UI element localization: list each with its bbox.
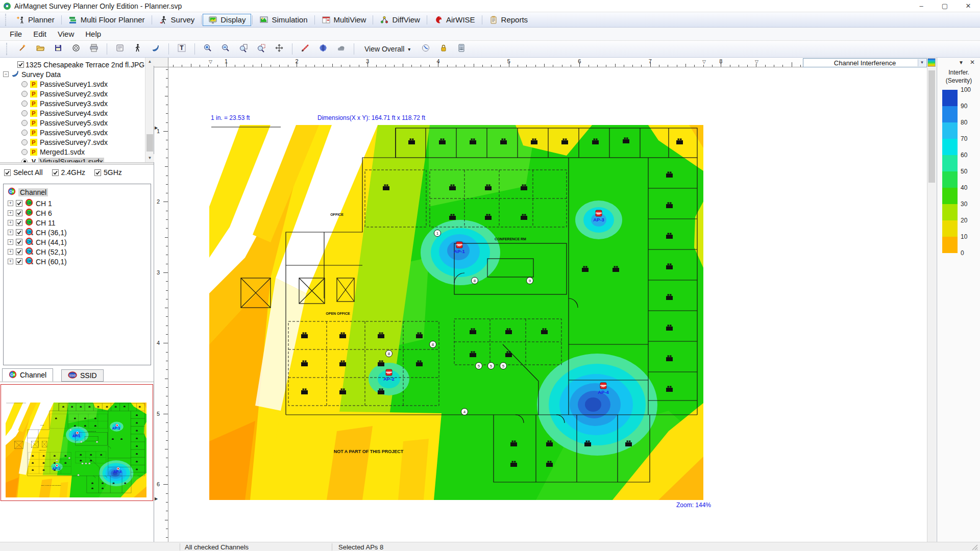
- zoom-area-button[interactable]: [255, 42, 268, 56]
- zoom-page-button[interactable]: [237, 42, 250, 56]
- maximize-button[interactable]: ▢: [933, 0, 957, 12]
- survey-radio[interactable]: [21, 130, 28, 136]
- colorbar-toggle-button[interactable]: [927, 58, 936, 67]
- ribbon-tab-multiview[interactable]: MultiView: [316, 14, 372, 26]
- survey-radio[interactable]: [21, 81, 28, 87]
- view-overall-dropdown[interactable]: View Overall▾: [360, 43, 414, 55]
- overview-thumbnail[interactable]: AP-1AP-2AP-3AP-4: [1, 384, 153, 501]
- survey-radio[interactable]: [21, 120, 28, 126]
- expand-icon[interactable]: +: [8, 201, 13, 206]
- view-type-dropdown[interactable]: Channel Interference ▼: [803, 58, 927, 67]
- ribbon-tab-diffview[interactable]: DiffView: [374, 14, 425, 26]
- ribbon-tab-simulation[interactable]: Simulation: [254, 14, 313, 26]
- network-globe-button[interactable]: [316, 42, 330, 56]
- channel-row-ch-44-1[interactable]: +CHaCH (44,1): [8, 237, 67, 247]
- record-button[interactable]: [69, 42, 83, 56]
- ribbon-tab-reports[interactable]: Reports: [483, 14, 534, 26]
- chevron-down-icon[interactable]: ▼: [918, 59, 926, 66]
- survey-radio[interactable]: [21, 149, 28, 155]
- menu-edit[interactable]: Edit: [28, 28, 52, 40]
- scroll-down-arrow[interactable]: ▼: [145, 154, 154, 162]
- filter-checkbox[interactable]: [4, 169, 11, 176]
- tree-item-virtualsurvey1-svdx[interactable]: VVirtualSurvey1.svdx: [21, 157, 104, 162]
- channel-checkbox[interactable]: [16, 219, 22, 226]
- print-button[interactable]: [87, 42, 101, 56]
- tree-item-passivesurvey6-svdx[interactable]: PPassiveSurvey6.svdx: [21, 128, 109, 137]
- tree-item-passivesurvey1-svdx[interactable]: PPassiveSurvey1.svdx: [21, 79, 109, 89]
- lock-button[interactable]: [437, 42, 450, 56]
- floorplan-heatmap[interactable]: [209, 125, 703, 500]
- menu-help[interactable]: Help: [80, 28, 107, 40]
- collapse-icon[interactable]: −: [3, 71, 9, 77]
- ribbon-tab-multi-floor-planner[interactable]: Multi Floor Planner: [63, 14, 151, 26]
- filter-checkbox[interactable]: [52, 169, 59, 176]
- tree-item-passivesurvey5-svdx[interactable]: PPassiveSurvey5.svdx: [21, 118, 109, 128]
- survey-radio[interactable]: [21, 159, 28, 163]
- text-tool-button[interactable]: T: [175, 42, 188, 56]
- floor-image-checkbox[interactable]: [17, 61, 24, 68]
- channel-checkbox[interactable]: [16, 210, 22, 216]
- expand-icon[interactable]: +: [8, 230, 13, 235]
- channel-root-row[interactable]: CHChannel: [8, 187, 48, 197]
- expand-icon[interactable]: +: [8, 220, 13, 226]
- tree-item-passivesurvey3-svdx[interactable]: PPassiveSurvey3.svdx: [21, 98, 109, 108]
- channel-row-ch-11[interactable]: +CHCH 11: [8, 218, 56, 228]
- legend-close-icon[interactable]: ✕: [970, 59, 975, 66]
- menu-file[interactable]: File: [4, 28, 28, 40]
- survey-radio[interactable]: [21, 101, 28, 107]
- tree-item-merged1-svdx[interactable]: PMerged1.svdx: [21, 147, 86, 157]
- save-button[interactable]: [52, 42, 65, 56]
- canvas-scrollbar[interactable]: [927, 67, 936, 542]
- tree-item-passivesurvey2-svdx[interactable]: PPassiveSurvey2.svdx: [21, 89, 109, 98]
- compass-button[interactable]: [419, 42, 432, 56]
- minimize-button[interactable]: –: [910, 0, 933, 12]
- measure-button[interactable]: [299, 42, 312, 56]
- calculator-button[interactable]: [455, 42, 468, 56]
- tree-item-passivesurvey7-svdx[interactable]: PPassiveSurvey7.svdx: [21, 137, 109, 147]
- menu-view[interactable]: View: [52, 28, 80, 40]
- panel-splitter[interactable]: [0, 162, 154, 165]
- channel-checkbox[interactable]: [16, 200, 22, 207]
- pan-button[interactable]: [273, 42, 286, 56]
- survey-radio[interactable]: [21, 110, 28, 116]
- channel-row-ch-52-1[interactable]: +CHaCH (52,1): [8, 247, 67, 257]
- channel-row-ch-60-1[interactable]: +CHaCH (60,1): [8, 257, 67, 266]
- legend-collapse-icon[interactable]: ▼: [959, 60, 964, 65]
- filter-2-4ghz[interactable]: 2.4GHz: [52, 168, 85, 177]
- channel-checkbox[interactable]: [16, 248, 22, 255]
- tree-item-survey-data[interactable]: −Survey Data: [3, 69, 62, 79]
- map-canvas[interactable]: 1 in. = 23.53 ft Dimensions(X x Y): 164.…: [168, 67, 927, 542]
- ribbon-tab-display[interactable]: Display: [203, 14, 251, 26]
- resize-grip[interactable]: [971, 544, 978, 551]
- filter-checkbox[interactable]: [94, 169, 101, 176]
- tree-item-floor-image[interactable]: 1325 Chesapeake Terrace 2nd fl.JPG: [17, 60, 146, 69]
- channel-checkbox[interactable]: [16, 239, 22, 245]
- filter-select-all[interactable]: Select All: [4, 168, 43, 177]
- expand-icon[interactable]: +: [8, 239, 13, 245]
- channel-row-ch-1[interactable]: +CHCH 1: [8, 198, 52, 208]
- channel-checkbox[interactable]: [16, 229, 22, 236]
- tree-item-passivesurvey4-svdx[interactable]: PPassiveSurvey4.svdx: [21, 108, 109, 118]
- expand-icon[interactable]: +: [8, 249, 13, 255]
- zoom-out-button[interactable]: [219, 42, 232, 56]
- canvas-scroll-thumb[interactable]: [928, 70, 935, 183]
- channel-row-ch-36-1[interactable]: +CHaCH (36,1): [8, 228, 67, 237]
- survey-walk-button[interactable]: [131, 42, 144, 56]
- survey-radio[interactable]: [21, 91, 28, 97]
- channel-row-ch-6[interactable]: +CHCH 6: [8, 208, 52, 218]
- ribbon-tab-planner[interactable]: Planner: [10, 14, 60, 26]
- expand-icon[interactable]: +: [8, 259, 13, 264]
- new-project-button[interactable]: [16, 42, 29, 56]
- scroll-thumb[interactable]: [146, 134, 153, 152]
- close-button[interactable]: ✕: [957, 0, 980, 12]
- ribbon-tab-survey[interactable]: Survey: [153, 14, 201, 26]
- tab-channel[interactable]: CHChannel: [2, 368, 53, 382]
- tab-ssid[interactable]: SSIDSSID: [61, 369, 104, 382]
- survey-radio[interactable]: [21, 139, 28, 145]
- channel-checkbox[interactable]: [16, 258, 22, 265]
- zoom-in-button[interactable]: [201, 42, 214, 56]
- expand-icon[interactable]: +: [8, 210, 13, 216]
- properties-button[interactable]: [113, 42, 127, 56]
- open-button[interactable]: [34, 42, 47, 56]
- tree-scrollbar[interactable]: ▲ ▼: [145, 58, 154, 162]
